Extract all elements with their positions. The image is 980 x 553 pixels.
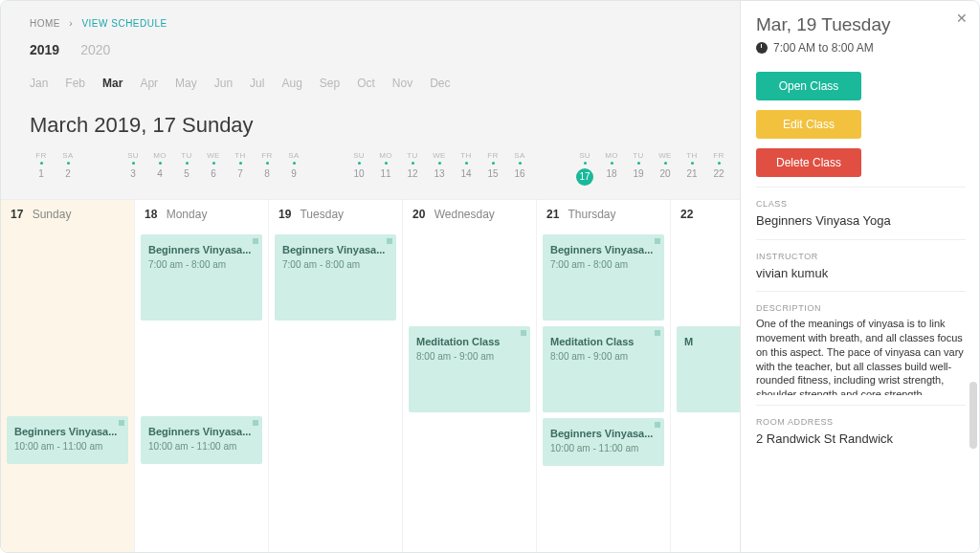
breadcrumb-current[interactable]: VIEW SCHEDULE	[81, 18, 167, 29]
day-header: 21 Thursday	[543, 208, 664, 221]
month-apr[interactable]: Apr	[140, 77, 158, 90]
month-sep[interactable]: Sep	[320, 77, 340, 90]
year-2020[interactable]: 2020	[80, 42, 110, 57]
calendar-event[interactable]: Beginners Vinyasa...7:00 am - 8:00 am	[141, 234, 262, 321]
calendar-event[interactable]: Meditation Class8:00 am - 9:00 am	[409, 326, 530, 412]
year-2019[interactable]: 2019	[30, 42, 59, 57]
day-column-20: 20 WednesdayMeditation Class8:00 am - 9:…	[403, 200, 537, 552]
day-header: 18 Monday	[141, 208, 262, 221]
mini-day-15[interactable]: FR15	[479, 151, 506, 186]
mini-day-3[interactable]: SU3	[120, 151, 146, 186]
instructor-value: vivian kumuk	[756, 265, 966, 282]
edit-class-button[interactable]: Edit Class	[756, 110, 861, 139]
scrollbar[interactable]	[969, 382, 977, 449]
section-address: ROOM ADDRESS 2 Randwick St Randwick	[756, 405, 966, 457]
breadcrumb-sep: ›	[69, 18, 73, 29]
calendar-event[interactable]: Beginners Vinyasa...10:00 am - 11:00 am	[543, 418, 664, 466]
day-header: 19 Tuesday	[275, 208, 396, 221]
month-jan[interactable]: Jan	[30, 77, 48, 90]
close-icon[interactable]: ✕	[956, 11, 968, 26]
day-column-17: 17 SundayBeginners Vinyasa...10:00 am - …	[1, 200, 135, 552]
mini-day-18[interactable]: MO18	[598, 151, 625, 186]
section-instructor: INSTRUCTOR vivian kumuk	[756, 239, 966, 292]
open-class-button[interactable]: Open Class	[756, 72, 861, 100]
month-oct[interactable]: Oct	[357, 77, 375, 90]
mini-day-8[interactable]: FR8	[254, 151, 280, 186]
calendar-event[interactable]: Beginners Vinyasa...7:00 am - 8:00 am	[275, 234, 396, 321]
section-description: DESCRIPTION One of the meanings of vinya…	[756, 291, 966, 405]
breadcrumb-home[interactable]: HOME	[30, 18, 60, 29]
page-title: March 2019, 17 Sunday	[1, 100, 740, 144]
class-label: CLASS	[756, 199, 966, 209]
mini-day-17[interactable]: SU17	[571, 151, 598, 186]
mini-day-11[interactable]: MO11	[372, 151, 399, 186]
delete-class-button[interactable]: Delete Class	[756, 148, 861, 177]
address-label: ROOM ADDRESS	[756, 417, 966, 427]
detail-time-text: 7:00 AM to 8:00 AM	[773, 41, 874, 55]
month-may[interactable]: May	[175, 77, 197, 90]
calendar-event[interactable]: Beginners Vinyasa...7:00 am - 8:00 am	[543, 234, 664, 321]
detail-date: Mar, 19 Tuesday	[756, 14, 966, 35]
mini-day-14[interactable]: TH14	[453, 151, 479, 186]
calendar-event[interactable]: M	[677, 326, 740, 412]
description-label: DESCRIPTION	[756, 303, 966, 313]
mini-day-4[interactable]: MO4	[146, 151, 173, 186]
mini-day-7[interactable]: TH7	[227, 151, 254, 186]
day-header: 22	[677, 208, 740, 221]
mini-day-10[interactable]: SU10	[345, 151, 372, 186]
mini-day-13[interactable]: WE13	[426, 151, 453, 186]
main-panel: HOME › VIEW SCHEDULE 20192020 JanFebMarA…	[1, 1, 740, 552]
month-nov[interactable]: Nov	[392, 77, 412, 90]
mini-day-22[interactable]: FR22	[705, 151, 732, 186]
detail-time: 7:00 AM to 8:00 AM	[756, 41, 966, 55]
month-aug[interactable]: Aug	[281, 77, 301, 90]
day-column-19: 19 TuesdayBeginners Vinyasa...7:00 am - …	[269, 200, 403, 552]
month-dec[interactable]: Dec	[430, 77, 450, 90]
month-selector: JanFebMarAprMayJunJulAugSepOctNovDec	[1, 63, 740, 100]
breadcrumb: HOME › VIEW SCHEDULE	[1, 1, 740, 38]
clock-icon	[756, 42, 768, 54]
day-column-18: 18 MondayBeginners Vinyasa...7:00 am - 8…	[135, 200, 269, 552]
calendar-event[interactable]: Meditation Class8:00 am - 9:00 am	[543, 326, 664, 412]
section-class: CLASS Beginners Vinyasa Yoga	[756, 187, 966, 239]
instructor-label: INSTRUCTOR	[756, 252, 966, 261]
mini-day-12[interactable]: TU12	[399, 151, 426, 186]
day-header: 20 Wednesday	[409, 208, 530, 221]
month-feb[interactable]: Feb	[65, 77, 85, 90]
address-value: 2 Randwick St Randwick	[756, 431, 966, 448]
mini-day-16[interactable]: SA16	[506, 151, 533, 186]
class-value: Beginners Vinyasa Yoga	[756, 212, 966, 230]
description-value: One of the meanings of vinyasa is to lin…	[756, 317, 966, 395]
month-jun[interactable]: Jun	[214, 77, 233, 90]
month-mar[interactable]: Mar	[102, 77, 122, 90]
mini-day-2[interactable]: SA2	[55, 151, 81, 186]
mini-day-5[interactable]: TU5	[173, 151, 200, 186]
calendar-event[interactable]: Beginners Vinyasa...10:00 am - 11:00 am	[7, 416, 128, 464]
day-header: 17 Sunday	[7, 208, 128, 221]
mini-day-21[interactable]: TH21	[679, 151, 705, 186]
year-selector: 20192020	[1, 38, 740, 63]
mini-day-19[interactable]: TU19	[625, 151, 652, 186]
mini-day-9[interactable]: SA9	[280, 151, 307, 186]
day-column-21: 21 ThursdayBeginners Vinyasa...7:00 am -…	[537, 200, 671, 552]
day-column-22: 22 M	[671, 200, 740, 552]
mini-calendar-row: FR1SA2SU3MO4TU5WE6TH7FR8SA9SU10MO11TU12W…	[1, 144, 740, 186]
week-view: 17 SundayBeginners Vinyasa...10:00 am - …	[1, 199, 740, 552]
detail-panel: ✕ Mar, 19 Tuesday 7:00 AM to 8:00 AM Ope…	[740, 1, 979, 552]
calendar-event[interactable]: Beginners Vinyasa...10:00 am - 11:00 am	[141, 416, 262, 464]
mini-day-1[interactable]: FR1	[28, 151, 55, 186]
month-jul[interactable]: Jul	[250, 77, 264, 90]
mini-day-20[interactable]: WE20	[652, 151, 679, 186]
mini-day-6[interactable]: WE6	[200, 151, 227, 186]
